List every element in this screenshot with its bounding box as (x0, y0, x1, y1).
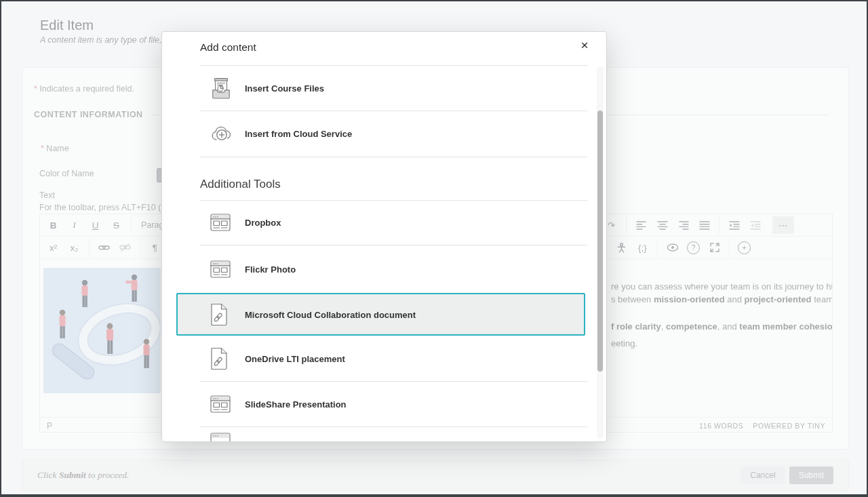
italic-button[interactable]: I (64, 216, 85, 235)
cloud-plus-icon (210, 124, 233, 143)
editor-text-line: s between mission-oriented and project-o… (611, 294, 832, 304)
browser-window-icon (210, 433, 231, 443)
list-item-label: SlideShare Presentation (245, 399, 347, 409)
help-button[interactable]: ? (683, 238, 704, 257)
outdent-icon[interactable] (745, 216, 766, 235)
bold-button[interactable]: B (43, 216, 64, 235)
align-center-icon[interactable] (652, 216, 673, 235)
list-item-insert-from-cloud[interactable]: Insert from Cloud Service (162, 111, 606, 157)
strikethrough-button[interactable]: S (106, 216, 127, 235)
text-field-label: Text (39, 191, 55, 200)
more-toolbar-button[interactable]: ⋯ (772, 216, 794, 234)
toolbar-separator (89, 238, 90, 257)
align-right-icon[interactable] (673, 216, 694, 235)
toolbar-separator (140, 238, 140, 257)
modal-title: Add content (200, 41, 256, 54)
list-item-label: Flickr Photo (245, 264, 296, 274)
editor-text-line: re you can assess where your team is on … (611, 281, 832, 292)
insert-plus-button[interactable]: + (734, 238, 755, 257)
list-item-partial[interactable] (162, 426, 606, 442)
list-item-dropbox[interactable]: Dropbox (162, 200, 606, 245)
document-link-icon (210, 347, 228, 370)
name-field-label: * Name (41, 144, 69, 153)
submit-hint: Click Submit to proceed. (37, 470, 129, 481)
section-label: Additional Tools (200, 178, 281, 191)
scrollbar-thumb[interactable] (597, 111, 603, 372)
list-item-slideshare[interactable]: SlideShare Presentation (162, 381, 606, 426)
add-content-modal: Add content × Insert Course Files Inser (161, 31, 607, 442)
course-files-icon (210, 76, 232, 100)
modal-scrollbar[interactable] (597, 66, 604, 439)
color-field-label: Color of Name (39, 169, 94, 178)
list-item-label: Insert Course Files (245, 83, 324, 93)
list-item-flickr-photo[interactable]: Flickr Photo (162, 245, 606, 293)
page-footer: Click Submit to proceed. Cancel Submit (22, 460, 849, 491)
cancel-button[interactable]: Cancel (741, 466, 785, 484)
list-item-onedrive-lti[interactable]: OneDrive LTI placement (162, 336, 606, 381)
link-icon[interactable] (94, 238, 115, 257)
editor-text-line: eeting. (611, 338, 637, 349)
browser-window-icon (210, 260, 231, 278)
section-additional-tools: Additional Tools (162, 157, 606, 200)
list-item-microsoft-cloud-collaboration[interactable]: Microsoft Cloud Collaboration document (176, 293, 585, 336)
toolbar-separator (626, 216, 627, 235)
document-link-icon (210, 303, 228, 326)
underline-button[interactable]: U (85, 216, 106, 235)
justify-icon[interactable] (694, 216, 715, 235)
required-note: * Indicates a required field. (34, 84, 134, 94)
fullscreen-icon[interactable] (704, 238, 725, 257)
subscript-button[interactable]: x₂ (64, 238, 85, 257)
accessibility-icon[interactable] (611, 238, 632, 257)
list-item-label: Dropbox (245, 218, 281, 228)
toolbar-separator (131, 216, 132, 235)
browser-window-icon (210, 214, 231, 232)
list-item-label: Microsoft Cloud Collaboration document (245, 309, 416, 319)
toolbar-separator (719, 216, 719, 235)
browser-window-icon (210, 395, 231, 413)
align-left-icon[interactable] (631, 216, 652, 235)
indent-icon[interactable] (724, 216, 745, 235)
code-sample-button[interactable]: {;} (632, 238, 653, 257)
list-item-insert-course-files[interactable]: Insert Course Files (162, 65, 606, 111)
superscript-button[interactable]: x² (43, 238, 64, 257)
section-header-label: CONTENT INFORMATION (34, 110, 143, 119)
submit-button[interactable]: Submit (789, 466, 833, 484)
close-icon[interactable]: × (576, 37, 593, 54)
team-illustration-image (43, 268, 161, 393)
powered-by-tiny: POWERED BY TINY (753, 422, 825, 430)
element-path: P (47, 421, 52, 431)
modal-header: Add content × (162, 32, 606, 65)
word-count: 116 WORDSPOWERED BY TINY (690, 422, 825, 430)
list-item-label: Insert from Cloud Service (245, 129, 352, 139)
editor-text-line: f role clarity, competence, and team mem… (611, 321, 832, 332)
unlink-icon[interactable] (115, 238, 136, 257)
list-item-label: OneDrive LTI placement (245, 353, 345, 363)
toolbar-separator (657, 238, 658, 257)
preview-eye-icon[interactable] (662, 238, 683, 257)
toolbar-separator (729, 238, 730, 257)
page-title: Edit Item (40, 18, 94, 33)
